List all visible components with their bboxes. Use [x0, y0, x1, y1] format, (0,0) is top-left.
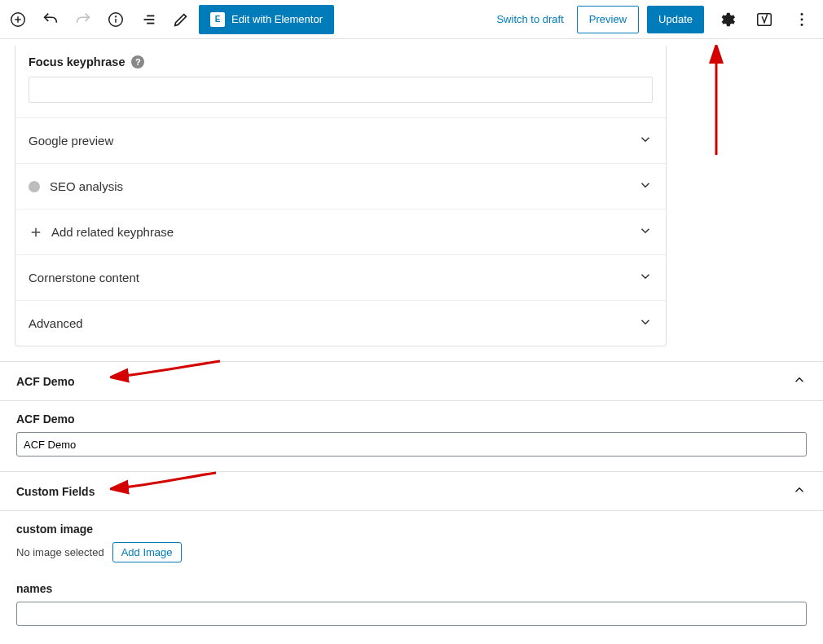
focus-keyphrase-input[interactable] [29, 77, 653, 103]
toolbar-left: E Edit with Elementor [3, 5, 334, 34]
add-related-keyphrase-row[interactable]: Add related keyphrase [15, 209, 666, 254]
chevron-down-icon [638, 315, 653, 332]
annotation-arrow-update [705, 45, 729, 159]
preview-button[interactable]: Preview [577, 6, 639, 33]
plus-icon [29, 225, 43, 240]
acf-demo-field-input[interactable] [16, 432, 807, 457]
svg-point-5 [116, 15, 117, 16]
info-icon[interactable] [101, 5, 130, 34]
chevron-up-icon [792, 373, 807, 390]
focus-keyphrase-section: Focus keyphrase ? [15, 46, 666, 117]
settings-gear-icon[interactable] [712, 5, 742, 34]
google-preview-row[interactable]: Google preview [15, 117, 666, 163]
yoast-seo-metabox: Focus keyphrase ? Google preview SEO ana… [15, 46, 667, 346]
chevron-down-icon [638, 132, 653, 149]
edit-with-elementor-button[interactable]: E Edit with Elementor [199, 5, 334, 34]
acf-demo-field-label: ACF Demo [16, 412, 807, 426]
editor-top-toolbar: E Edit with Elementor Switch to draft Pr… [0, 0, 823, 39]
update-button[interactable]: Update [647, 6, 704, 33]
chevron-down-icon [638, 178, 653, 195]
seo-analysis-row[interactable]: SEO analysis [15, 163, 666, 209]
redo-icon[interactable] [68, 5, 98, 34]
help-icon[interactable]: ? [131, 55, 144, 68]
chevron-down-icon [638, 223, 653, 240]
status-dot-icon [29, 181, 40, 192]
acf-demo-panel-body: ACF Demo [0, 401, 823, 471]
focus-keyphrase-label: Focus keyphrase [29, 55, 125, 68]
advanced-row[interactable]: Advanced [15, 300, 666, 346]
pencil-icon[interactable] [166, 5, 196, 34]
switch-to-draft-link[interactable]: Switch to draft [491, 8, 568, 30]
custom-fields-panel-header[interactable]: Custom Fields [0, 472, 823, 511]
yoast-icon[interactable] [750, 5, 779, 34]
acf-demo-panel-header[interactable]: ACF Demo [0, 362, 823, 401]
toolbar-right: Switch to draft Preview Update [491, 5, 816, 34]
names-field-input[interactable] [16, 602, 807, 626]
custom-fields-panel-body: custom image No image selected Add Image… [0, 511, 823, 641]
elementor-logo-icon: E [210, 12, 225, 27]
names-field-label: names [16, 582, 807, 595]
undo-icon[interactable] [36, 5, 65, 34]
elementor-button-label: Edit with Elementor [231, 13, 323, 25]
cornerstone-content-row[interactable]: Cornerstone content [15, 254, 666, 300]
svg-point-11 [801, 18, 803, 20]
acf-demo-panel-title: ACF Demo [16, 375, 75, 388]
add-image-button[interactable]: Add Image [112, 542, 182, 562]
outline-icon[interactable] [134, 5, 163, 34]
add-block-icon[interactable] [3, 5, 33, 34]
chevron-down-icon [638, 269, 653, 286]
no-image-selected-text: No image selected [16, 546, 104, 558]
custom-image-label: custom image [16, 523, 807, 536]
more-options-icon[interactable] [787, 5, 816, 34]
svg-point-10 [801, 13, 803, 15]
svg-point-12 [801, 23, 803, 25]
chevron-up-icon [792, 483, 807, 500]
custom-fields-panel-title: Custom Fields [16, 485, 95, 498]
